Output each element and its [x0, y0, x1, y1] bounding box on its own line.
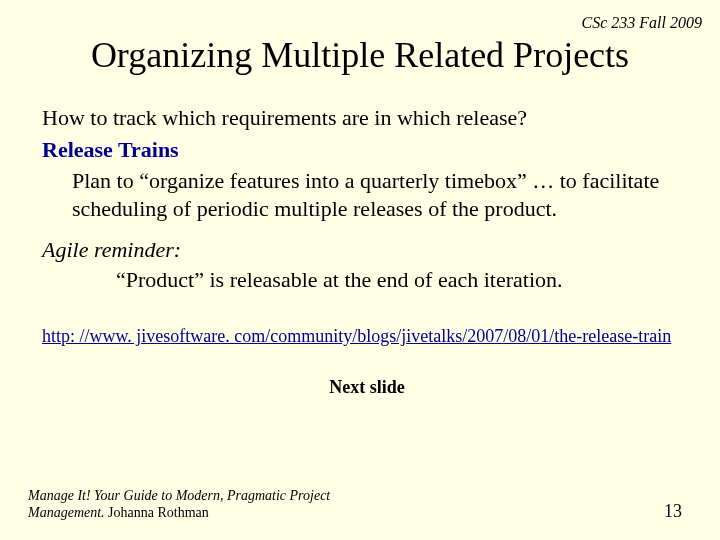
slide-content: How to track which requirements are in w… [28, 104, 692, 398]
reference-link[interactable]: http: //www. jivesoftware. com/community… [42, 325, 692, 348]
plan-text: Plan to “organize features into a quarte… [42, 167, 692, 222]
next-slide-label: Next slide [42, 376, 692, 399]
slide-footer: Manage It! Your Guide to Modern, Pragmat… [28, 488, 692, 522]
question-line: How to track which requirements are in w… [42, 104, 692, 132]
release-trains-heading: Release Trains [42, 136, 692, 164]
agile-reminder-heading: Agile reminder: [42, 236, 692, 264]
page-number: 13 [664, 501, 682, 522]
book-author: Johanna Rothman [105, 505, 209, 520]
footer-citation: Manage It! Your Guide to Modern, Pragmat… [28, 488, 388, 522]
slide-title: Organizing Multiple Related Projects [28, 34, 692, 76]
agile-reminder-text: “Product” is releasable at the end of ea… [42, 266, 692, 294]
course-header: CSc 233 Fall 2009 [28, 14, 702, 32]
